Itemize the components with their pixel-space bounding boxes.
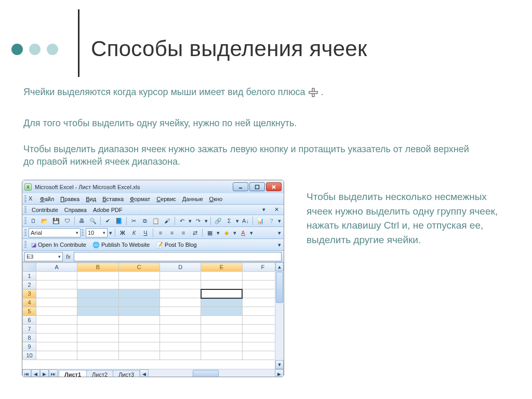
scroll-up-icon[interactable]: ▲	[275, 262, 284, 271]
underline-button[interactable]: Ч	[140, 228, 151, 238]
toolbar-overflow-icon[interactable]: ▾	[277, 218, 282, 224]
cell-B7[interactable]	[77, 325, 118, 334]
new-doc-icon[interactable]: 🗋	[29, 216, 38, 226]
dropdown-icon[interactable]: ▾	[204, 218, 208, 224]
select-all-corner[interactable]	[23, 263, 36, 272]
cell-A2[interactable]	[36, 281, 77, 289]
chart-icon[interactable]: 📊	[255, 216, 265, 226]
cell-B2[interactable]	[77, 281, 118, 289]
scroll-thumb[interactable]	[193, 370, 219, 377]
preview-icon[interactable]: 🔍	[88, 216, 98, 226]
align-right-icon[interactable]: ≡	[178, 228, 189, 238]
menu-сервис[interactable]: Сервис	[153, 195, 179, 203]
cell-B5[interactable]	[77, 307, 118, 316]
hyperlink-icon[interactable]: 🔗	[213, 216, 223, 226]
cell-E1[interactable]	[201, 272, 242, 281]
open-in-contribute-button[interactable]: ◪Open In Contribute	[29, 240, 89, 250]
cell-B8[interactable]	[77, 334, 118, 342]
menu-вид[interactable]: Вид	[83, 195, 99, 203]
autosum-icon[interactable]: Σ	[224, 216, 234, 226]
cell-E4[interactable]	[201, 298, 242, 307]
redo-icon[interactable]: ↷	[193, 216, 203, 226]
merge-center-icon[interactable]: ⇄	[190, 228, 200, 238]
row-header-5[interactable]: 5	[23, 307, 36, 316]
cell-C10[interactable]	[118, 351, 159, 360]
dropdown-icon[interactable]: ▾	[233, 230, 237, 236]
toolbar-overflow-icon[interactable]: ▾	[277, 230, 282, 236]
row-header-2[interactable]: 2	[23, 281, 36, 289]
name-box[interactable]: E3▾	[24, 252, 63, 261]
menu-dropdown-icon[interactable]: ▾	[259, 205, 269, 215]
formula-bar[interactable]	[74, 252, 282, 261]
paste-icon[interactable]: 📋	[151, 216, 161, 226]
cell-C5[interactable]	[118, 307, 159, 316]
menu-adobe-pdf[interactable]: Adobe PDF	[90, 206, 126, 214]
fx-icon[interactable]: fx	[66, 254, 71, 260]
dropdown-icon[interactable]: ▾	[216, 230, 220, 236]
cell-D5[interactable]	[159, 307, 201, 316]
publish-to-website-button[interactable]: 🌐Publish To Website	[90, 240, 152, 250]
post-to-blog-button[interactable]: 📝Post To Blog	[153, 240, 200, 250]
cell-E7[interactable]	[201, 325, 242, 334]
menu-правка[interactable]: Правка	[57, 195, 83, 203]
bold-button[interactable]: Ж	[117, 228, 128, 238]
research-icon[interactable]: 📘	[114, 216, 124, 226]
tab-nav-next-icon[interactable]: ▶	[40, 369, 49, 377]
cell-D10[interactable]	[159, 351, 201, 360]
cell-D8[interactable]	[159, 334, 201, 342]
col-header-E[interactable]: E	[201, 263, 242, 272]
spreadsheet-grid[interactable]: ABCDEF12345678910 ▲ ▼	[22, 262, 284, 369]
cell-D4[interactable]	[159, 298, 201, 307]
row-header-3[interactable]: 3	[23, 289, 36, 298]
cell-B10[interactable]	[77, 351, 118, 360]
tab-nav-prev-icon[interactable]: ◀	[31, 369, 40, 377]
cell-C8[interactable]	[118, 334, 159, 342]
row-header-10[interactable]: 10	[23, 351, 36, 360]
dropdown-icon[interactable]: ▾	[249, 230, 254, 236]
row-header-8[interactable]: 8	[23, 334, 36, 342]
save-icon[interactable]: 💾	[51, 216, 61, 226]
doc-close-button[interactable]: ✕	[271, 205, 282, 215]
cell-C1[interactable]	[118, 272, 159, 281]
help-icon[interactable]: ?	[267, 216, 276, 226]
col-header-C[interactable]: C	[118, 263, 159, 272]
cell-A6[interactable]	[36, 316, 77, 325]
cell-B1[interactable]	[77, 272, 118, 281]
font-color-icon[interactable]: A	[238, 228, 248, 238]
dropdown-icon[interactable]: ▾	[235, 218, 240, 224]
format-painter-icon[interactable]: 🖌	[162, 216, 172, 226]
maximize-button[interactable]	[249, 182, 265, 191]
italic-button[interactable]: К	[129, 228, 139, 238]
undo-icon[interactable]: ↶	[177, 216, 187, 226]
dropdown-icon[interactable]: ▾	[109, 230, 113, 236]
menu-файл[interactable]: Файл	[37, 195, 57, 203]
cell-E9[interactable]	[201, 342, 242, 351]
menu-формат[interactable]: Формат	[127, 195, 153, 203]
cell-A7[interactable]	[36, 325, 77, 334]
menu-окно[interactable]: Окно	[206, 195, 226, 203]
scroll-right-icon[interactable]: ▶	[275, 369, 284, 377]
col-header-D[interactable]: D	[159, 263, 201, 272]
cell-A9[interactable]	[36, 342, 77, 351]
sort-asc-icon[interactable]: A↓	[241, 216, 250, 226]
tab-nav-last-icon[interactable]: ⏭	[49, 369, 58, 377]
cell-B3[interactable]	[77, 289, 118, 298]
cell-C7[interactable]	[118, 325, 159, 334]
cell-E8[interactable]	[201, 334, 242, 342]
cut-icon[interactable]: ✂	[129, 216, 139, 226]
print-icon[interactable]: 🖶	[77, 216, 87, 226]
dropdown-icon[interactable]: ▾	[188, 218, 192, 224]
spellcheck-icon[interactable]: ✔	[103, 216, 113, 226]
horizontal-scrollbar[interactable]: ◀ ▶	[139, 369, 284, 377]
cell-D1[interactable]	[159, 272, 201, 281]
cell-E10[interactable]	[201, 351, 242, 360]
minimize-button[interactable]	[233, 182, 248, 191]
row-header-1[interactable]: 1	[23, 272, 36, 281]
sheet-tab-3[interactable]: Лист3	[113, 370, 140, 377]
cell-A5[interactable]	[36, 307, 77, 316]
cell-C2[interactable]	[118, 281, 159, 289]
cell-B6[interactable]	[77, 316, 118, 325]
open-icon[interactable]: 📂	[39, 216, 49, 226]
cell-A1[interactable]	[36, 272, 77, 281]
col-header-A[interactable]: A	[36, 263, 77, 272]
